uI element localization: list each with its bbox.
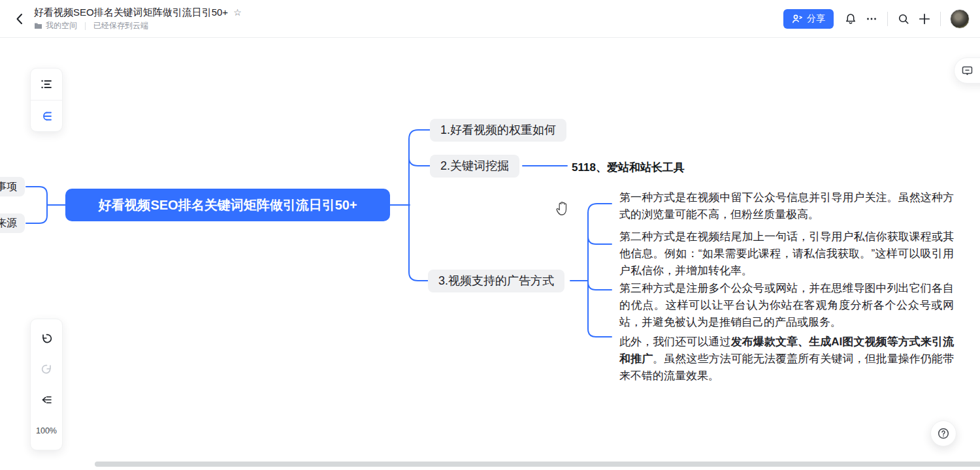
help-button[interactable] — [930, 420, 956, 446]
collapse-left-icon — [41, 394, 53, 406]
zoom-level-button[interactable]: 100% — [31, 415, 62, 446]
comment-bubble-icon — [961, 65, 973, 77]
redo-button[interactable] — [31, 354, 62, 384]
branch-node-1[interactable]: 1.好看视频的权重如何 — [430, 119, 566, 142]
document-title: 好看视频SEO排名关键词矩阵做引流日引50+ — [34, 6, 228, 18]
mindmap-app: 好看视频SEO排名关键词矩阵做引流日引50+ ☆ 我的空间 已经保存到云端 分享 — [0, 0, 980, 470]
text-node-extra-prefix: 此外，我们还可以通过 — [619, 336, 731, 348]
chevron-left-icon — [14, 13, 25, 25]
canvas-control-panel: 100% — [30, 319, 63, 450]
outline-view-button[interactable] — [31, 69, 62, 100]
outline-list-icon — [40, 78, 53, 91]
zoom-level-value: 100% — [36, 426, 57, 435]
share-member-icon — [792, 14, 803, 24]
comment-button[interactable] — [954, 57, 980, 84]
text-node-method-3[interactable]: 第三种方式是注册多个公众号或网站，并在思维导图中列出它们各自的优点。这样可以让平… — [619, 280, 954, 331]
header-divider — [887, 12, 888, 26]
title-block: 好看视频SEO排名关键词矩阵做引流日引50+ ☆ 我的空间 已经保存到云端 — [34, 6, 242, 31]
create-new-button[interactable] — [914, 8, 935, 29]
text-node-extra-suffix: 。虽然这些方法可能无法覆盖所有关键词，但批量操作仍能带来不错的流量效果。 — [619, 352, 954, 382]
more-button[interactable] — [861, 8, 882, 29]
text-node-method-2[interactable]: 第二种方式是在视频结尾加上一句话，引导用户私信你获取课程或其他信息。例如：“如果… — [619, 228, 954, 279]
search-icon — [898, 13, 909, 25]
collapse-branches-button[interactable] — [31, 384, 62, 415]
header-divider — [940, 12, 941, 26]
header-bar: 好看视频SEO排名关键词矩阵做引流日引50+ ☆ 我的空间 已经保存到云端 分享 — [0, 0, 980, 38]
meta-divider — [85, 22, 86, 30]
mindmap-view-button[interactable] — [31, 100, 62, 131]
bell-icon — [845, 13, 857, 25]
horizontal-scrollbar[interactable] — [95, 462, 980, 467]
branch-node-3[interactable]: 3.视频支持的广告方式 — [428, 270, 564, 292]
folder-icon — [34, 22, 42, 29]
ellipsis-icon — [866, 13, 877, 25]
search-button[interactable] — [893, 8, 914, 29]
plus-icon — [919, 13, 930, 25]
undo-icon — [41, 332, 53, 345]
root-node[interactable]: 好看视频SEO排名关键词矩阵做引流日引50+ — [65, 189, 390, 221]
branch-node-2[interactable]: 2.关键词挖掘 — [430, 155, 519, 178]
back-button[interactable] — [10, 10, 29, 28]
share-button[interactable]: 分享 — [783, 9, 834, 29]
question-mark-icon — [937, 427, 950, 440]
notifications-button[interactable] — [840, 8, 861, 29]
view-tool-panel — [30, 68, 63, 132]
redo-icon — [41, 363, 53, 375]
share-label: 分享 — [807, 13, 825, 25]
user-avatar[interactable] — [950, 9, 970, 29]
text-node-method-1[interactable]: 第一种方式是在视频中留下公众号信息并引导用户关注。虽然这种方式的浏览量可能不高，… — [619, 189, 954, 223]
left-node-bottom[interactable]: 来源 — [0, 213, 25, 233]
undo-button[interactable] — [31, 323, 62, 354]
favorite-star-icon[interactable]: ☆ — [233, 8, 242, 17]
branch-2-child-node[interactable]: 5118、爱站和站长工具 — [572, 160, 685, 175]
left-node-top[interactable]: 事项 — [0, 177, 25, 196]
breadcrumb-workspace[interactable]: 我的空间 — [46, 20, 77, 31]
mindmap-structure-icon — [40, 110, 53, 123]
text-node-extra[interactable]: 此外，我们还可以通过发布爆款文章、生成AI图文视频等方式来引流和推广。虽然这些方… — [619, 334, 954, 384]
save-status: 已经保存到云端 — [93, 20, 148, 31]
header-actions: 分享 — [783, 8, 970, 29]
